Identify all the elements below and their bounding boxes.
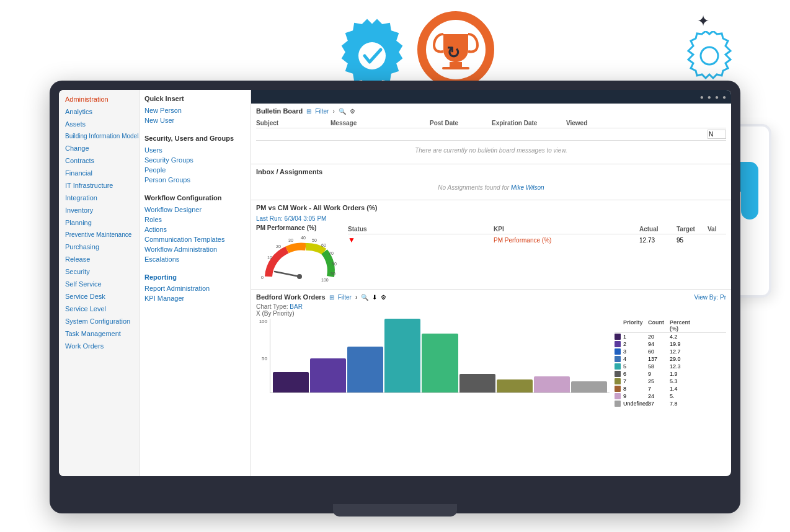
col-priority: Priority [623,319,648,332]
chart-type-link[interactable]: BAR [290,303,303,310]
bar-chart-container: 100 50 [256,319,610,393]
report-admin-link[interactable]: Report Administration [144,283,246,293]
swatch-undef [615,401,621,407]
chart-filter-button[interactable]: Filter [338,294,352,301]
chart-view-by[interactable]: View By: Pr [695,294,727,301]
workflow-admin-link[interactable]: Workflow Administration [144,244,246,254]
sidebar-item-preventive-maintenance[interactable]: Preventive Maintenance [59,229,139,241]
sidebar-item-contracts[interactable]: Contracts [59,154,139,167]
chart-title: Bedford Work Orders [256,293,326,301]
people-link[interactable]: People [144,165,246,175]
sidebar-item-inventory[interactable]: Inventory [59,204,139,216]
header-icon-3[interactable]: ● [715,94,719,100]
middle-panel: Quick Insert New Person New User Securit… [140,90,251,476]
sidebar-item-security[interactable]: Security [59,265,139,278]
roles-link[interactable]: Roles [144,215,246,224]
sidebar-item-purchasing[interactable]: Purchasing [59,241,139,253]
kpi-col-status: Status [348,226,494,233]
sidebar-item-building-info[interactable]: Building Information Models [59,130,139,142]
kpi-header: PM vs CM Work - All Work Orders (%) [256,204,726,211]
sidebar-item-it-infrastructure[interactable]: IT Infrastructure [59,179,139,192]
escalations-link[interactable]: Escalations [144,254,246,264]
kpi-row-target: 95 [677,237,708,244]
inbox-empty-message: No Assignments found for Mike Wilson [256,179,726,196]
laptop-screen: Administration Analytics Assets Building… [59,90,731,476]
sidebar-item-integration[interactable]: Integration [59,192,139,204]
new-person-link[interactable]: New Person [144,105,246,115]
sidebar-item-service-level[interactable]: Service Level [59,303,139,315]
person-groups-link[interactable]: Person Groups [144,175,246,185]
top-header: ● ● ● ● [251,90,731,104]
svg-text:90: 90 [331,272,335,276]
sidebar-item-system-config[interactable]: System Configuration [59,315,139,327]
sidebar-item-analytics[interactable]: Analytics [59,105,139,118]
security-groups-link[interactable]: Security Groups [144,155,246,165]
svg-text:40: 40 [301,236,306,240]
workflow-designer-link[interactable]: Workflow Designer [144,205,246,215]
sidebar-item-assets[interactable]: Assets [59,118,139,130]
bar-6 [459,374,495,392]
sidebar-item-task-management[interactable]: Task Management [59,327,139,340]
swatch-2 [615,341,621,347]
swatch-3 [615,348,621,355]
bulletin-filter-icon[interactable]: ⊞ [306,108,311,115]
header-icon-2[interactable]: ● [708,94,711,100]
kpi-last-run: Last Run: 6/3/04 3:05 PM [256,215,726,222]
bulletin-search-icon[interactable]: 🔍 [339,108,346,115]
chart-settings-icon[interactable]: ⚙ [381,294,386,301]
sidebar-item-service-desk[interactable]: Service Desk [59,290,139,303]
svg-point-3 [701,47,718,64]
quick-insert-title: Quick Insert [144,95,246,102]
users-link[interactable]: Users [144,145,246,155]
bulletin-header: Bulletin Board ⊞ Filter › 🔍 ⚙ [256,107,726,115]
sidebar-item-release[interactable]: Release [59,253,139,265]
bulletin-col-postdate: Post Date [430,120,492,126]
bulletin-settings-icon[interactable]: ⚙ [350,108,355,115]
swatch-6 [615,371,621,377]
svg-text:10: 10 [267,255,272,260]
svg-text:0: 0 [261,275,264,280]
sidebar-item-financial[interactable]: Financial [59,167,139,179]
sidebar-item-administration[interactable]: Administration [59,93,139,105]
kpi-manager-link[interactable]: KPI Manager [144,293,246,303]
sidebar-item-self-service[interactable]: Self Service [59,278,139,290]
kpi-col-target: Target [677,226,708,233]
svg-text:70: 70 [329,251,334,255]
sidebar-item-planning[interactable]: Planning [59,216,139,229]
bulletin-filter-button[interactable]: Filter [315,108,329,115]
bulletin-viewed-filter[interactable] [708,130,726,139]
svg-point-0 [358,42,386,69]
bar-9 [571,381,607,392]
kpi-table: Status KPI Actual Target Val ▼ PM Perfor… [348,224,726,285]
sidebar-item-change[interactable]: Change [59,142,139,154]
header-icon-1[interactable]: ● [700,94,704,100]
bar-8 [534,376,570,392]
comm-templates-link[interactable]: Communication Templates [144,234,246,244]
chart-row-1: 1204.2 [615,333,726,340]
gauge-chart: 0 10 20 30 40 50 60 70 80 90 100 [256,233,343,283]
new-user-link[interactable]: New User [144,115,246,125]
y-axis: 100 50 [256,319,269,393]
chart-filter-icon[interactable]: ⊞ [329,294,334,301]
bar-1 [273,372,309,392]
header-icon-4[interactable]: ● [722,94,726,100]
bar-3 [347,347,383,392]
chart-row-9: 9245. [615,392,726,400]
chart-row-undefined: Undefined377.8 [615,400,726,407]
chart-area: 100 50 [256,319,726,407]
chart-download-icon[interactable]: ⬇ [372,294,377,301]
kpi-title: PM vs CM Work - All Work Orders (%) [256,204,377,211]
actions-link[interactable]: Actions [144,224,246,234]
chart-section: Bedford Work Orders ⊞ Filter › 🔍 ⬇ ⚙ Vie… [251,290,731,411]
bulletin-col-viewed: Viewed [566,120,616,126]
inbox-user: Mike Wilson [511,184,544,191]
swatch-5 [615,363,621,370]
chart-data-header: Priority Count Percent (%) [615,319,726,333]
chart-row-3: 36012.7 [615,348,726,355]
chart-search-icon[interactable]: 🔍 [361,294,368,301]
col-count: Count [648,319,670,332]
sidebar-item-work-orders[interactable]: Work Orders [59,340,139,352]
bulletin-col-expiration: Expiration Date [492,120,566,126]
kpi-col-actual: Actual [639,226,677,233]
swatch-9 [615,393,621,399]
